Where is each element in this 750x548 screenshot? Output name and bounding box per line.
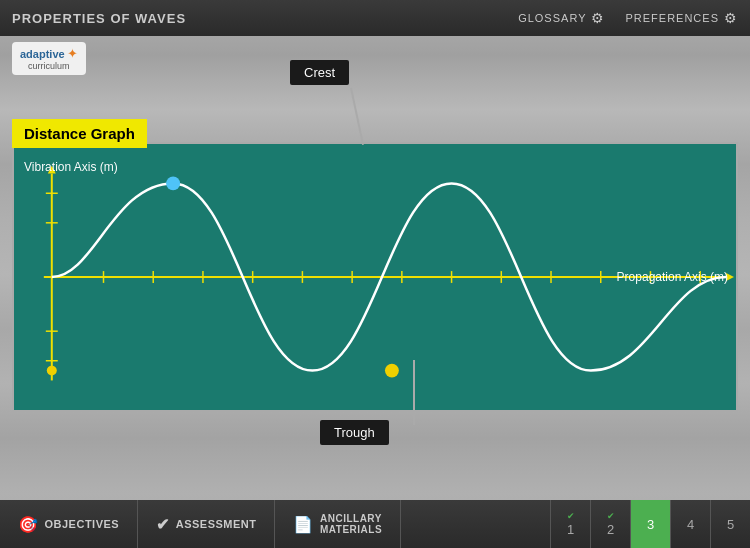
ancillary-nav[interactable]: 📄 ANCILLARY MATERIALS	[275, 500, 401, 548]
preferences-icon: ⚙	[724, 10, 738, 26]
wave-graph: Vibration Axis (m)	[12, 142, 738, 412]
crest-annotation: Crest	[290, 60, 349, 85]
distance-graph-label: Distance Graph	[12, 119, 147, 148]
assessment-nav[interactable]: ✔ ASSESSMENT	[138, 500, 275, 548]
page-5-num: 5	[727, 517, 734, 532]
preferences-button[interactable]: PREFERENCES ⚙	[625, 10, 738, 26]
page-2[interactable]: ✔ 2	[590, 500, 630, 548]
wave-inner: Vibration Axis (m)	[14, 144, 736, 410]
bottom-bar: 🎯 OBJECTIVES ✔ ASSESSMENT 📄 ANCILLARY MA…	[0, 500, 750, 548]
page-1-check: ✔	[567, 511, 575, 521]
objectives-nav[interactable]: 🎯 OBJECTIVES	[0, 500, 138, 548]
logo-sub: curriculum	[28, 61, 70, 71]
page-1[interactable]: ✔ 1	[550, 500, 590, 548]
ancillary-icon: 📄	[293, 515, 314, 534]
svg-point-22	[166, 177, 180, 191]
top-bar-right: GLOSSARY ⚙ PREFERENCES ⚙	[518, 10, 738, 26]
trough-line	[413, 360, 415, 425]
page-4-num: 4	[687, 517, 694, 532]
logo-area: adaptive ✦ curriculum	[12, 42, 86, 75]
trough-label: Trough	[320, 420, 389, 445]
logo-accent: ✦	[67, 46, 78, 61]
page-numbers: ✔ 1 ✔ 2 3 4 5	[550, 500, 750, 548]
page-2-num: 2	[607, 522, 614, 537]
page-5[interactable]: 5	[710, 500, 750, 548]
glossary-icon: ⚙	[591, 10, 605, 26]
page-1-num: 1	[567, 522, 574, 537]
glossary-button[interactable]: GLOSSARY ⚙	[518, 10, 605, 26]
propagation-axis-label: Propagation Axis (m)	[617, 270, 728, 284]
objectives-label: OBJECTIVES	[45, 518, 120, 530]
preferences-label: PREFERENCES	[625, 12, 719, 24]
app-title: PROPERTIES OF WAVES	[12, 11, 186, 26]
page-4[interactable]: 4	[670, 500, 710, 548]
svg-point-21	[47, 366, 57, 376]
svg-point-23	[385, 364, 399, 378]
page-3[interactable]: 3	[630, 500, 670, 548]
glossary-label: GLOSSARY	[518, 12, 586, 24]
page-3-num: 3	[647, 517, 654, 532]
objectives-icon: 🎯	[18, 515, 39, 534]
logo-main: adaptive	[20, 48, 65, 60]
assessment-label: ASSESSMENT	[176, 518, 257, 530]
crest-label: Crest	[290, 60, 349, 85]
ancillary-label: ANCILLARY MATERIALS	[320, 513, 382, 535]
assessment-icon: ✔	[156, 515, 170, 534]
top-bar: PROPERTIES OF WAVES GLOSSARY ⚙ PREFERENC…	[0, 0, 750, 36]
vibration-axis-label: Vibration Axis (m)	[24, 160, 118, 174]
trough-annotation: Trough	[320, 420, 389, 445]
page-2-check: ✔	[607, 511, 615, 521]
